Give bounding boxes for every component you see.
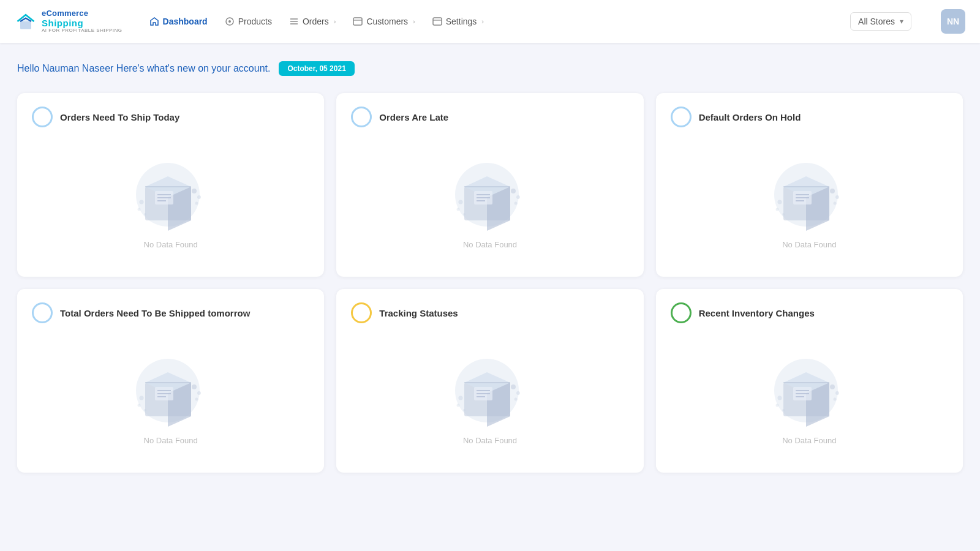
svg-rect-8 [433, 18, 442, 25]
card-body-orders-on-hold: No Data Found [671, 137, 948, 264]
box-svg-tracking-statuses [447, 349, 533, 429]
nav-orders-label: Orders [303, 17, 329, 26]
svg-point-38 [456, 208, 459, 211]
svg-point-81 [514, 397, 517, 400]
card-title-orders-ship-tomorrow: Total Orders Need To Be Shipped tomorrow [60, 308, 250, 318]
nav-customers[interactable]: Customers › [353, 17, 415, 26]
card-header-orders-on-hold: Default Orders On Hold [671, 107, 948, 127]
svg-point-21 [195, 201, 198, 204]
svg-point-80 [516, 391, 520, 395]
svg-point-79 [511, 384, 516, 389]
svg-point-49 [830, 189, 835, 193]
card-body-tracking-statuses: No Data Found [351, 333, 628, 460]
card-title-orders-on-hold: Default Orders On Hold [699, 112, 801, 122]
logo-icon [15, 10, 37, 32]
status-circle-orders-late [351, 107, 372, 127]
navbar: eCommerce Shipping AI FOR PROFITABLE SHI… [0, 0, 980, 43]
customers-icon [353, 17, 363, 26]
svg-point-65 [197, 391, 201, 395]
box-svg-orders-on-hold [766, 153, 852, 233]
svg-point-50 [835, 195, 839, 199]
svg-point-24 [144, 213, 146, 216]
svg-point-51 [834, 201, 837, 204]
svg-point-99 [782, 409, 785, 411]
svg-point-53 [776, 208, 779, 211]
svg-point-83 [456, 403, 459, 407]
no-data-text-orders-ship-tomorrow: No Data Found [144, 436, 198, 445]
date-badge: October, 05 2021 [279, 61, 354, 76]
svg-point-39 [463, 213, 466, 216]
svg-point-82 [458, 395, 462, 400]
svg-point-67 [139, 395, 143, 400]
user-avatar[interactable]: NN [941, 9, 965, 34]
card-title-orders-ship-today: Orders Need To Ship Today [60, 112, 179, 122]
logo-text: eCommerce Shipping AI FOR PROFITABLE SHI… [42, 9, 123, 34]
nav-dashboard[interactable]: Dashboard [149, 17, 208, 26]
greeting-bar: Hello Nauman Naseer Here's what's new on… [17, 61, 963, 76]
box-svg-orders-late [447, 153, 533, 233]
nav-settings-label: Settings [446, 17, 477, 26]
status-circle-tracking-statuses [351, 302, 372, 323]
no-data-text-inventory-changes: No Data Found [782, 436, 836, 445]
svg-point-66 [195, 397, 198, 400]
card-body-orders-ship-today: No Data Found [32, 137, 309, 264]
logo-top: eCommerce [42, 9, 123, 18]
box-svg-inventory-changes [766, 349, 852, 429]
card-header-tracking-statuses: Tracking Statuses [351, 302, 628, 323]
logo-shipping: Shipping [42, 18, 123, 29]
dashboard-grid: Orders Need To Ship Today [17, 93, 963, 473]
nav-settings[interactable]: Settings › [432, 17, 484, 26]
svg-point-36 [514, 201, 517, 204]
card-header-orders-late: Orders Are Late [351, 107, 628, 127]
svg-rect-6 [353, 18, 362, 25]
card-orders-on-hold: Default Orders On Hold [656, 93, 963, 277]
card-orders-late: Orders Are Late [336, 93, 643, 277]
nav-links: Dashboard Products Orders › [149, 17, 831, 26]
card-header-inventory-changes: Recent Inventory Changes [671, 302, 948, 323]
card-inventory-changes: Recent Inventory Changes [656, 289, 963, 473]
logo[interactable]: eCommerce Shipping AI FOR PROFITABLE SHI… [15, 9, 123, 34]
stores-dropdown[interactable]: All Stores ▾ [850, 12, 911, 31]
card-title-tracking-statuses: Tracking Statuses [379, 308, 458, 318]
card-header-orders-ship-today: Orders Need To Ship Today [32, 107, 309, 127]
card-body-orders-ship-tomorrow: No Data Found [32, 333, 309, 460]
card-header-orders-ship-tomorrow: Total Orders Need To Be Shipped tomorrow [32, 302, 309, 323]
empty-illustration-orders-on-hold [766, 153, 852, 233]
nav-products-label: Products [238, 17, 272, 26]
svg-point-35 [516, 195, 520, 199]
status-circle-orders-on-hold [671, 107, 692, 127]
nav-products[interactable]: Products [225, 17, 272, 26]
svg-point-54 [782, 213, 785, 216]
status-circle-orders-ship-tomorrow [32, 302, 53, 323]
card-orders-ship-today: Orders Need To Ship Today [17, 93, 324, 277]
home-icon [149, 17, 159, 26]
svg-point-84 [463, 409, 466, 411]
products-icon [225, 17, 235, 26]
svg-point-69 [144, 409, 146, 411]
card-orders-ship-tomorrow: Total Orders Need To Be Shipped tomorrow [17, 289, 324, 473]
nav-orders[interactable]: Orders › [289, 17, 336, 26]
svg-point-34 [511, 189, 516, 193]
status-circle-inventory-changes [671, 302, 692, 323]
customers-chevron: › [413, 18, 415, 25]
box-svg-orders-ship-tomorrow [128, 349, 214, 429]
logo-tagline: AI FOR PROFITABLE SHIPPING [42, 28, 123, 34]
svg-point-37 [458, 200, 462, 204]
no-data-text-tracking-statuses: No Data Found [463, 436, 517, 445]
empty-illustration-orders-ship-today [128, 153, 214, 233]
empty-illustration-orders-late [447, 153, 533, 233]
svg-point-68 [137, 403, 140, 407]
card-tracking-statuses: Tracking Statuses [336, 289, 643, 473]
empty-illustration-tracking-statuses [447, 349, 533, 429]
svg-point-23 [137, 208, 140, 211]
card-title-inventory-changes: Recent Inventory Changes [699, 308, 815, 318]
no-data-text-orders-on-hold: No Data Found [782, 240, 836, 249]
svg-point-94 [830, 384, 835, 389]
no-data-text-orders-late: No Data Found [463, 240, 517, 249]
settings-icon [432, 17, 442, 26]
svg-point-52 [778, 200, 782, 204]
settings-chevron: › [481, 18, 484, 25]
status-circle-orders-ship-today [32, 107, 53, 127]
card-body-orders-late: No Data Found [351, 137, 628, 264]
orders-chevron: › [334, 18, 336, 25]
